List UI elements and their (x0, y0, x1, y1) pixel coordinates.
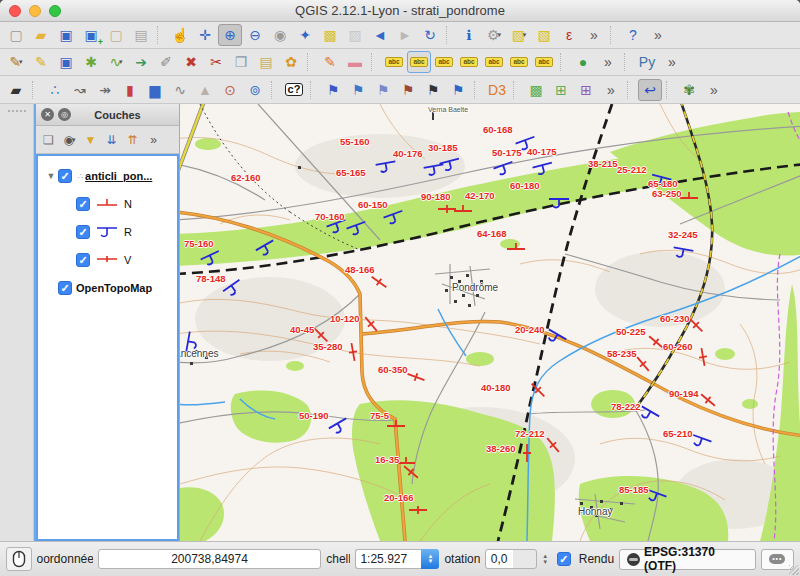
zoom-out-icon[interactable]: ⊖ (243, 24, 267, 46)
c-question-button[interactable]: c? (282, 79, 306, 101)
layer-row-r[interactable]: ✓ R (38, 218, 177, 246)
pin-multiple-icon[interactable]: ⚑ (421, 79, 445, 101)
expander-icon[interactable]: ▼ (44, 171, 58, 181)
layer-visibility-icon[interactable]: ◉▾ (59, 129, 80, 151)
feature-action-icon[interactable]: ⚙▾ (482, 24, 506, 46)
toolbar-overflow-2-icon[interactable]: » (702, 79, 726, 101)
toolbar-overflow-icon[interactable]: » (596, 51, 620, 73)
toolbar-overflow-2-icon[interactable]: » (646, 24, 670, 46)
layer-checkbox[interactable]: ✓ (58, 281, 72, 295)
highlight-pencil-icon[interactable]: ✎ (318, 51, 342, 73)
toggle-editing-icon[interactable]: ✎ (29, 51, 53, 73)
toolbar-overflow-icon[interactable]: » (582, 24, 606, 46)
python-console-icon[interactable]: Py (635, 51, 659, 73)
pin-label-icon[interactable]: abc (407, 51, 431, 73)
pin-add-icon[interactable]: ⚑ (346, 79, 370, 101)
coordinate-input[interactable] (98, 549, 322, 569)
eraser-icon[interactable]: ▬ (343, 51, 367, 73)
layer-labeling-icon[interactable]: abc (382, 51, 406, 73)
layer-checkbox[interactable]: ✓ (76, 253, 90, 267)
help-icon[interactable]: ? (621, 24, 645, 46)
current-edits-icon[interactable]: ✎▾ (4, 51, 28, 73)
expand-all-icon[interactable]: ⇊ (101, 129, 122, 151)
new-project-icon[interactable]: ▢ (4, 24, 28, 46)
node-tool-icon[interactable]: ✐ (154, 51, 178, 73)
layer-row-opentopomap[interactable]: ✓ OpenTopoMap (38, 274, 177, 302)
time-plot-icon[interactable]: ↝ (68, 79, 92, 101)
layer-checkbox[interactable]: ✓ (76, 197, 90, 211)
panel-overflow-icon[interactable]: » (143, 129, 164, 151)
zoom-window-button[interactable] (49, 5, 61, 17)
render-checkbox[interactable]: ✓ (557, 552, 571, 566)
save-layer-edits-icon[interactable]: ▣ (54, 51, 78, 73)
db-manager-icon[interactable]: D3 (485, 79, 509, 101)
close-window-button[interactable] (9, 5, 21, 17)
delete-selected-icon[interactable]: ✖ (179, 51, 203, 73)
pan-to-selection-icon[interactable]: ✛ (193, 24, 217, 46)
add-group-icon[interactable]: ❏ (38, 129, 59, 151)
grass-tools-icon[interactable]: ✾ (677, 79, 701, 101)
collapse-all-icon[interactable]: ⇈ (122, 129, 143, 151)
deselect-features-icon[interactable]: ▧ (532, 24, 556, 46)
composer-manager-icon[interactable]: ▤ (129, 24, 153, 46)
cut-features-icon[interactable]: ✂ (204, 51, 228, 73)
panel-float-icon[interactable]: ◎ (58, 108, 71, 121)
layer-row-v[interactable]: ✓ V (38, 246, 177, 274)
profile-plot-icon[interactable]: ∿ (168, 79, 192, 101)
map-tips-icon[interactable]: ● (571, 51, 595, 73)
select-features-icon[interactable]: ▧▾ (507, 24, 531, 46)
save-project-as-icon[interactable]: ▣+ (79, 24, 103, 46)
copy-features-icon[interactable]: ❐ (229, 51, 253, 73)
scale-combobox[interactable]: 1:25.927 ▲▼ (355, 549, 439, 569)
ternary-plot-icon[interactable]: ▲ (193, 79, 217, 101)
xy-plot-icon[interactable]: ↠ (93, 79, 117, 101)
refresh-icon[interactable]: ↻ (418, 24, 442, 46)
combo-arrows-icon[interactable]: ▲▼ (421, 549, 439, 569)
toolbar-drag-handle[interactable] (8, 110, 26, 114)
extent-mouse-button[interactable] (6, 547, 32, 571)
show-hide-labels-icon[interactable]: abc (457, 51, 481, 73)
pin-remove-icon[interactable]: ⚑ (371, 79, 395, 101)
zoom-in-icon[interactable]: ⊕ (218, 24, 242, 46)
zoom-last-icon[interactable]: ◄ (368, 24, 392, 46)
rotation-spinbox[interactable]: 0,0 ▲▼ (485, 549, 552, 569)
move-feature-icon[interactable]: ➔ (129, 51, 153, 73)
crs-status-button[interactable]: EPSG:31370 (OTF) (619, 549, 756, 570)
pan-map-icon[interactable]: ☝ (168, 24, 192, 46)
bar-plot-icon[interactable]: ▮ (118, 79, 142, 101)
layer-checkbox[interactable]: ✓ (58, 169, 72, 183)
unpin-label-icon[interactable]: abc (432, 51, 456, 73)
osm-bee-icon[interactable]: ✿ (279, 51, 303, 73)
paste-features-icon[interactable]: ▤ (254, 51, 278, 73)
georef-purple-icon[interactable]: ⊞ (574, 79, 598, 101)
magnifier-magnet-icon[interactable]: ⊙ (218, 79, 242, 101)
minimize-window-button[interactable] (29, 5, 41, 17)
zoom-to-layer-icon[interactable]: ▨ (343, 24, 367, 46)
new-composer-icon[interactable]: ▢ (104, 24, 128, 46)
select-by-expression-icon[interactable]: ε (557, 24, 581, 46)
locate-person-icon[interactable]: ⊚ (243, 79, 267, 101)
zoom-full-icon[interactable]: ✦ (293, 24, 317, 46)
rainfall-plugin-icon[interactable]: ∴ (43, 79, 67, 101)
change-label-icon[interactable]: abc (532, 51, 556, 73)
file-browser-icon[interactable]: ▰ (4, 79, 28, 101)
pin-attributes-icon[interactable]: ⚑ (396, 79, 420, 101)
panel-close-icon[interactable]: ✕ (41, 108, 54, 121)
toolbar-overflow-2-icon[interactable]: » (660, 51, 684, 73)
histogram-plot-icon[interactable]: ▆ (143, 79, 167, 101)
toolbar-overflow-icon[interactable]: » (599, 79, 623, 101)
pin-tool-icon[interactable]: ⚑ (321, 79, 345, 101)
azimuth-tool-icon[interactable]: ↩ (638, 79, 662, 101)
zoom-native-icon[interactable]: ◉ (268, 24, 292, 46)
layer-row-n[interactable]: ✓ N (38, 190, 177, 218)
georef-extent-icon[interactable]: ▩ (524, 79, 548, 101)
layer-checkbox[interactable]: ✓ (76, 225, 90, 239)
stepper-arrows-icon[interactable]: ▲▼ (539, 549, 552, 569)
pin-info-icon[interactable]: ⚑ (446, 79, 470, 101)
add-feature-icon[interactable]: ✱ (79, 51, 103, 73)
rotate-label-icon[interactable]: abc (507, 51, 531, 73)
layer-row-group[interactable]: ▼ ✓ ∴ anticli_pon... (38, 162, 177, 190)
open-project-icon[interactable]: ▰ (29, 24, 53, 46)
zoom-to-selection-icon[interactable]: ▩ (318, 24, 342, 46)
filter-legend-icon[interactable]: ▼ (80, 129, 101, 151)
